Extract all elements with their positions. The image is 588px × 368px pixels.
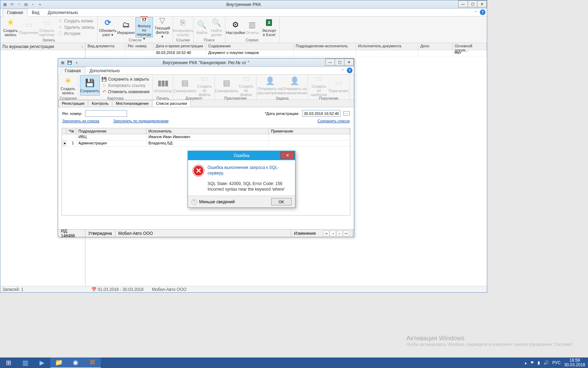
form-tabs: Регистрация Контроль Местонахождение Спи… (58, 100, 354, 107)
save-list-link[interactable]: Сохранить список (317, 119, 350, 123)
qat-more-icon[interactable]: ▾ (74, 60, 80, 66)
explorer-button[interactable]: 📁 (50, 357, 67, 368)
close-button[interactable]: ✕ (477, 0, 487, 7)
assignments-button[interactable]: Поручения (20, 17, 37, 38)
find-next-button[interactable]: Найти далее (210, 17, 224, 38)
delete-record-button[interactable]: ✕Удалить запись (56, 24, 96, 30)
error-dialog: Ошибка ✕ ✕ Ошибка выполнения запроса к S… (188, 151, 295, 208)
tab-main[interactable]: Главная (2, 9, 28, 16)
flag-icon[interactable]: ⚑ (530, 360, 534, 365)
collapse-ribbon-icon[interactable]: ⌃ (473, 9, 478, 15)
nav-buttons: ⏮ ◂ ▸ ⏭ (320, 230, 352, 237)
close-button[interactable]: ✕ (344, 59, 354, 66)
nav-next-icon[interactable]: ▸ (336, 231, 343, 236)
nav-last-icon[interactable]: ⏭ (343, 231, 349, 236)
app-button[interactable]: ⌘ (84, 357, 101, 368)
barcode-button[interactable]: Штрихкод (154, 75, 172, 96)
create-copy-button[interactable]: ⎘Создать копию (56, 18, 96, 24)
sys-icon[interactable]: ▦ (2, 1, 8, 8)
history-button[interactable]: 🕘История (56, 30, 96, 37)
help-icon[interactable]: ? (347, 68, 352, 73)
tab-location[interactable]: Местонахождение (112, 100, 153, 107)
period-filter-button[interactable]: Фильтр по периоду ▾ (135, 17, 153, 38)
lang-indicator[interactable]: РУС (552, 360, 561, 365)
create-attach-button[interactable]: Создать из файла (237, 75, 255, 96)
settings-button[interactable]: Настройки (227, 17, 244, 38)
refresh-node-button[interactable]: Обновить узел ▾ (99, 17, 117, 38)
qat-more-icon[interactable]: ▾ (37, 1, 43, 8)
form-icon[interactable]: ▤ (23, 1, 29, 8)
child-ribbon-tabs: Главная Дополнительно ⌃? (58, 67, 354, 75)
scan-attach-button[interactable]: Сканировать (216, 75, 237, 96)
system-tray: ▴ ⚑ ▮ 🔊 РУС 16:5930.03.2018 (522, 357, 588, 368)
copy-link-button[interactable]: ⎘Копировать ссылку (100, 82, 151, 89)
tab-registration[interactable]: Регистрация (58, 100, 88, 107)
grid-header: Вид документа Рег. номер Дата и время ре… (85, 43, 487, 50)
child-titlebar: ▦💾▾ Внутренние РКК "Канцелярия: Рег.№ от… (58, 59, 354, 67)
table-row[interactable]: 30.03.2018 16:52:40 Документ о покупке т… (85, 50, 487, 56)
table-row[interactable]: ИВЦ Иванов Иван Иванович (62, 134, 350, 141)
minimize-button[interactable]: — (458, 0, 468, 7)
reg-date-label: *Дата регистрации: (265, 111, 299, 116)
tab-main[interactable]: Главная (60, 67, 85, 75)
start-button[interactable]: ⊞ (0, 357, 17, 368)
save-button[interactable]: Сохранить (80, 75, 100, 96)
reg-date-input[interactable] (302, 110, 341, 117)
sys-icon[interactable]: ▦ (59, 60, 66, 66)
tray-arrow-icon[interactable]: ▴ (525, 360, 527, 365)
date-picker-icon[interactable]: ⋯ (343, 111, 350, 116)
org-name: Мобил-Авто ООО (152, 287, 187, 292)
chrome-button[interactable]: ◉ (67, 357, 84, 368)
tab-view[interactable]: Вид (28, 9, 44, 16)
nav-first-icon[interactable]: ⏮ (323, 231, 329, 236)
create-record-button[interactable]: Создать запись (59, 75, 76, 96)
open-card-button[interactable]: Открыть карточку (38, 17, 56, 38)
hierarchy-button[interactable]: Иерархия (117, 17, 135, 38)
fill-from-list-link[interactable]: Заполнить из списка (62, 119, 99, 123)
undo-button[interactable]: ↶Отменить изменения (100, 89, 151, 95)
help-icon[interactable]: ? (480, 9, 485, 15)
send-acquaint-button[interactable]: Отправить на ознакомление (282, 75, 306, 96)
clock[interactable]: 16:5930.03.2018 (564, 358, 585, 367)
scan-doc-button[interactable]: Сканировать (175, 75, 195, 96)
network-icon[interactable]: ▮ (538, 360, 540, 365)
maximize-button[interactable]: ▢ (335, 59, 344, 66)
child-ribbon: Создать записьСоздание Сохранить 💾Сохран… (58, 75, 354, 100)
create-record-button[interactable]: Создать запись (2, 17, 19, 38)
refresh-icon[interactable]: ⟳ (9, 1, 15, 8)
copy-link-button[interactable]: Копировать ссылку (174, 17, 192, 38)
child-statusbar: ИД: 148488 Утверждена Мобил-Авто ООО Изм… (58, 229, 354, 237)
reg-number-input[interactable] (85, 110, 127, 117)
fill-by-dept-link[interactable]: Заполнить по подразделениям (113, 119, 169, 123)
reports-button[interactable]: Отчеты (245, 17, 260, 38)
current-filter-button[interactable]: Текущий фильтр ▾ (154, 17, 171, 38)
tab-extra[interactable]: Дополнительно (43, 9, 82, 16)
reg-number-label: Рег. номер: (62, 111, 82, 116)
table-row[interactable]: ▸1 Администрация Владелец БД (62, 141, 350, 147)
task-view-button[interactable]: ▥ (17, 357, 34, 368)
powershell-button[interactable]: ▶ (34, 357, 50, 368)
error-close-button[interactable]: ✕ (280, 152, 294, 159)
export-excel-button[interactable]: Экспорт в Excel (260, 17, 278, 38)
less-details-button[interactable]: ⌃Меньше сведений (191, 199, 235, 205)
record-count: Записей: 1 (2, 287, 23, 292)
save-close-button[interactable]: 💾Сохранить и закрыть (100, 76, 151, 82)
create-from-file-button[interactable]: Создать из файла (196, 75, 213, 96)
maximize-button[interactable]: ▢ (468, 0, 477, 7)
send-review-button[interactable]: Отправить на рассмотрение (258, 75, 282, 96)
minimize-button[interactable]: — (325, 59, 335, 66)
tab-control[interactable]: Контроль (88, 100, 112, 107)
tab-extra[interactable]: Дополнительно (85, 67, 124, 74)
save-qat-icon[interactable]: 💾 (66, 60, 73, 66)
sound-icon[interactable]: 🔊 (544, 360, 549, 365)
ok-button[interactable]: OK (271, 198, 292, 205)
assignments-button[interactable]: Поручения (329, 75, 348, 96)
create-template-button[interactable]: Создать из шаблона (309, 75, 328, 96)
chevron-left-icon[interactable] (82, 44, 83, 49)
left-pane-header[interactable]: По журналам регистрации (0, 43, 85, 50)
error-titlebar: Ошибка ✕ (188, 151, 295, 160)
tab-mailing-list[interactable]: Список рассылки (152, 100, 191, 107)
collapse-ribbon-icon[interactable]: ⌃ (340, 68, 345, 73)
nav-prev-icon[interactable]: ◂ (330, 231, 336, 236)
find-button[interactable]: Найти (195, 17, 209, 38)
